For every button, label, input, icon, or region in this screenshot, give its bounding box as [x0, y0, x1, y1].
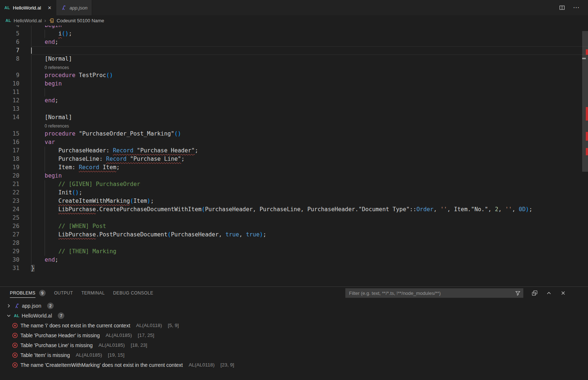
code-line[interactable]: 31}	[0, 264, 588, 273]
code-token: ;	[55, 97, 58, 104]
code-line[interactable]: 20 begin	[0, 172, 588, 180]
code-token: ()	[174, 130, 181, 137]
code-line[interactable]: 5 i();	[0, 30, 588, 38]
line-number: 7	[0, 46, 31, 55]
code-token: Item	[99, 164, 117, 171]
indent-guide	[31, 231, 31, 239]
line-number: 4	[0, 26, 31, 30]
code-line[interactable]: 15 procedure "PurchaseOrder_Post_Marking…	[0, 130, 588, 138]
line-number: 14	[0, 113, 31, 122]
code-line[interactable]: 28	[0, 239, 588, 247]
code-line[interactable]: 11	[0, 88, 588, 96]
tab-problems[interactable]: PROBLEMS 9	[10, 287, 46, 298]
code-token: [Normal]	[31, 114, 72, 121]
indent-guide	[31, 214, 31, 222]
indent-guide	[31, 222, 31, 231]
code-line[interactable]: 19 Item: Record Item;	[0, 163, 588, 172]
indent-guide	[31, 138, 31, 147]
code-token	[31, 72, 45, 79]
editor-scrollbar[interactable]	[582, 26, 588, 286]
code-line[interactable]: 21 // [GIVEN] PurchaseOrder	[0, 180, 588, 189]
tab-output[interactable]: OUTPUT	[54, 287, 73, 297]
code-line[interactable]: 17 PurchaseHeader: Record "Purchase Head…	[0, 147, 588, 155]
chevron-down-icon[interactable]	[6, 313, 12, 319]
indent-guide	[31, 155, 31, 163]
code-line[interactable]: 18 PurchaseLine: Record "Purchase Line";	[0, 155, 588, 163]
code-token: i	[58, 30, 62, 37]
chevron-right-icon[interactable]	[6, 303, 12, 309]
code-line[interactable]: 8 [Normal]	[0, 55, 588, 63]
close-tab-icon[interactable]: ✕	[48, 5, 52, 11]
code-line[interactable]: 6 end;	[0, 38, 588, 46]
line-number: 20	[0, 172, 31, 180]
codelens-row[interactable]: 0 references	[0, 63, 588, 71]
breadcrumb-file[interactable]: HelloWorld.al	[14, 18, 42, 23]
problem-row[interactable]: The name 'i' does not exist in the curre…	[0, 320, 588, 330]
code-token: (	[130, 198, 133, 204]
code-token: , Item."No.",	[447, 206, 495, 213]
problems-list: app.json2ALHelloWorld.al7The name 'i' do…	[0, 301, 588, 370]
code-token: 2	[495, 206, 498, 213]
tab-terminal[interactable]: TERMINAL	[81, 287, 105, 297]
tab-helloworld-al[interactable]: AL HelloWorld.al ✕	[0, 0, 56, 15]
code-line[interactable]: 7	[0, 46, 588, 55]
code-line[interactable]: 16 var	[0, 138, 588, 147]
problem-row[interactable]: Table 'Purchase Line' is missingAL(AL018…	[0, 340, 588, 350]
filter-input[interactable]	[345, 290, 515, 296]
problem-row[interactable]: Table 'Item' is missingAL(AL0185)[19, 15…	[0, 350, 588, 360]
code-line[interactable]: 23 CreateItemWithMarking(Item);	[0, 197, 588, 205]
problem-source: AL(AL0185)	[76, 352, 102, 358]
code-line[interactable]: 25	[0, 214, 588, 222]
code-editor[interactable]: 4 begin5 i();6 end;78 [Normal]0 referenc…	[0, 26, 588, 286]
maximize-panel-icon[interactable]	[546, 290, 552, 296]
code-line[interactable]: 4 begin	[0, 26, 588, 30]
al-file-icon: AL	[14, 314, 19, 318]
code-token: Item	[133, 198, 147, 204]
code-line[interactable]: 24 LibPurchase.CreatePurchaseDocumentWit…	[0, 205, 588, 214]
problem-file-row[interactable]: ALHelloWorld.al7	[0, 311, 588, 320]
filter-funnel-icon[interactable]	[515, 290, 521, 296]
code-token: ()	[72, 189, 79, 196]
code-line[interactable]: 30 end;	[0, 256, 588, 264]
problem-file-row[interactable]: app.json2	[0, 301, 588, 311]
tab-app-json[interactable]: app.json	[56, 0, 92, 15]
breadcrumb-symbol[interactable]: Codeunit 50100 Name	[57, 18, 104, 23]
problem-row[interactable]: The name 'CreateItemWithMarking' does no…	[0, 360, 588, 370]
codelens-references[interactable]: 0 references	[31, 64, 69, 72]
codelens-row[interactable]: 0 references	[0, 122, 588, 130]
code-token: // [WHEN] Post	[58, 223, 106, 229]
code-line[interactable]: 29 // [THEN] Marking	[0, 247, 588, 256]
codeunit-symbol-icon	[49, 18, 54, 23]
code-line[interactable]: 26 // [WHEN] Post	[0, 222, 588, 231]
problems-filter	[345, 288, 523, 298]
code-line[interactable]: 9 procedure TestProc()	[0, 71, 588, 80]
code-line[interactable]: 10 begin	[0, 80, 588, 88]
problem-position: [19, 15]	[108, 352, 124, 358]
indent-guide	[31, 197, 31, 205]
code-token: Record	[113, 147, 133, 154]
tab-debug-console[interactable]: DEBUG CONSOLE	[113, 287, 153, 297]
problem-row[interactable]: Table 'Purchase Header' is missingAL(AL0…	[0, 330, 588, 340]
indent-guide	[45, 231, 45, 239]
copy-icon[interactable]	[532, 290, 538, 296]
code-line[interactable]: 13	[0, 105, 588, 113]
problems-tab-label[interactable]: PROBLEMS	[10, 287, 35, 298]
code-line[interactable]: 27 LibPurchase.PostPurchaseDocument(Purc…	[0, 231, 588, 239]
code-line[interactable]: 14 [Normal]	[0, 113, 588, 122]
codelens-references[interactable]: 0 references	[31, 122, 69, 130]
line-number: 17	[0, 147, 31, 155]
close-panel-icon[interactable]	[560, 290, 566, 296]
split-editor-icon[interactable]	[559, 5, 565, 11]
code-line[interactable]: 22 Init();	[0, 189, 588, 197]
code-token: ;	[116, 164, 120, 171]
al-file-icon: AL	[4, 5, 10, 10]
code-token: ;	[69, 30, 72, 37]
indent-guide	[45, 239, 45, 247]
indent-guide	[45, 180, 45, 189]
problem-position: [17, 25]	[138, 332, 154, 338]
problem-position: [23, 9]	[220, 362, 234, 368]
more-actions-icon[interactable]: ⋯	[573, 5, 579, 11]
line-number: 22	[0, 189, 31, 197]
problem-count-badge: 7	[58, 312, 64, 319]
code-line[interactable]: 12 end;	[0, 96, 588, 105]
